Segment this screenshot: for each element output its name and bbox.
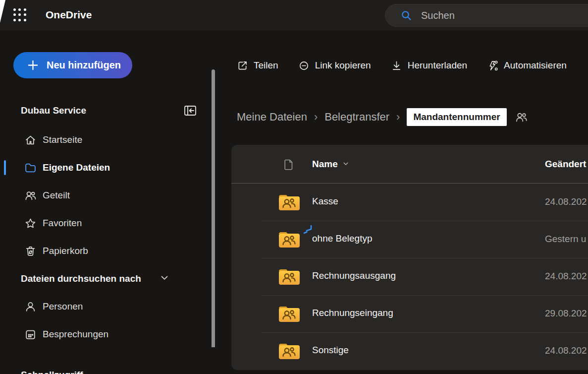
automate-button[interactable]: Automatisieren <box>487 60 567 71</box>
onedrive-app-window: OneDrive Neu hinzufügen Dubau Service <box>0 0 588 374</box>
column-name-label: Name <box>312 159 338 170</box>
browse-files-by-section[interactable]: Dateien durchsuchen nach <box>0 265 216 293</box>
share-label: Teilen <box>254 60 278 71</box>
shared-folder-icon <box>277 266 301 286</box>
sidebar-item-besprechungen[interactable]: Besprechungen <box>0 320 216 348</box>
add-new-button[interactable]: Neu hinzufügen <box>13 52 132 78</box>
link-icon <box>298 60 310 71</box>
copy-link-label: Link kopieren <box>315 60 371 71</box>
file-modified-date: 29.08.202 <box>545 308 587 319</box>
sidebar-item-eigene-dateien[interactable]: Eigene Dateien <box>0 154 216 182</box>
recycle-bin-icon <box>24 245 37 257</box>
file-name: ohne Belegtyp <box>312 233 373 244</box>
file-modified-date: 24.08.202 <box>545 196 587 207</box>
library-name: Dubau Service <box>21 105 86 116</box>
sidebar-item-startseite[interactable]: Startseite <box>0 126 216 154</box>
file-modified-date: Gestern u <box>545 234 586 245</box>
home-icon <box>24 133 37 146</box>
shared-folder-icon <box>277 304 301 323</box>
command-toolbar: Teilen Link kopieren Herunterladen A <box>237 55 567 76</box>
sidebar-item-personen[interactable]: Personen <box>0 293 216 320</box>
file-row-sonstige[interactable]: Sonstige 24.08.202 <box>231 332 588 370</box>
search-icon <box>400 9 412 21</box>
sidebar-item-papierkorb[interactable]: Papierkorb <box>0 237 216 265</box>
sidebar-item-label: Papierkorb <box>43 246 88 256</box>
collapse-sidebar-icon[interactable] <box>183 104 197 117</box>
file-type-column-icon[interactable] <box>283 159 294 173</box>
file-list-panel: Name Geändert Kasse 24.08.202 ohne Bele <box>231 145 588 370</box>
breadcrumb-separator-icon: › <box>396 111 400 124</box>
breadcrumb-separator-icon: › <box>314 111 318 124</box>
file-name: Rechnungsausgang <box>312 270 396 281</box>
sidebar-item-label: Besprechungen <box>43 329 108 340</box>
share-button[interactable]: Teilen <box>237 60 278 71</box>
main-content: Teilen Link kopieren Herunterladen A <box>216 31 588 374</box>
window-edge-artifact <box>0 0 5 23</box>
sidebar-item-label: Eigene Dateien <box>43 162 110 173</box>
browse-files-by-label: Dateien durchsuchen nach <box>21 273 141 284</box>
folder-icon <box>24 161 37 174</box>
file-list-header: Name Geändert <box>231 145 588 184</box>
sidebar-item-geteilt[interactable]: Geteilt <box>0 182 216 209</box>
sidebar-item-favoriten[interactable]: Favoriten <box>0 209 216 237</box>
person-icon <box>24 300 37 313</box>
sidebar-item-label: Startseite <box>43 134 82 145</box>
breadcrumb-item-belegtransfer[interactable]: Belegtransfer <box>324 111 389 124</box>
column-header-name[interactable]: Name <box>312 159 349 170</box>
file-name: Kasse <box>312 196 338 207</box>
search-box[interactable] <box>385 4 588 27</box>
quick-access-label: Schnellzugriff <box>21 370 83 374</box>
file-modified-date: 24.08.202 <box>545 345 587 356</box>
sidebar-scrollbar[interactable] <box>212 69 215 347</box>
file-row-ohne-belegtyp[interactable]: ohne Belegtyp Gestern u <box>231 221 588 258</box>
chevron-down-icon <box>342 159 349 170</box>
add-new-label: Neu hinzufügen <box>47 60 121 71</box>
file-row-rechnungseingang[interactable]: Rechnungseingang 29.08.202 <box>231 295 588 332</box>
download-label: Herunterladen <box>408 60 467 71</box>
chevron-down-icon <box>160 273 169 285</box>
copy-link-button[interactable]: Link kopieren <box>298 60 371 71</box>
sidebar-item-label: Favoriten <box>43 218 82 229</box>
file-name: Rechnungseingang <box>312 308 393 318</box>
app-title: OneDrive <box>46 9 92 21</box>
breadcrumb-item-meine-dateien[interactable]: Meine Dateien <box>237 111 307 124</box>
breadcrumb: Meine Dateien › Belegtransfer › Mandante… <box>237 106 528 128</box>
file-name: Sonstige <box>312 345 349 356</box>
automate-label: Automatisieren <box>504 60 567 71</box>
column-header-modified[interactable]: Geändert <box>545 159 586 170</box>
app-launcher-waffle-icon[interactable] <box>13 8 27 22</box>
download-button[interactable]: Herunterladen <box>391 60 467 71</box>
sidebar-item-label: Personen <box>43 301 83 312</box>
breadcrumb-current-folder[interactable]: Mandantennummer <box>407 108 506 126</box>
star-icon <box>24 217 37 230</box>
share-icon <box>237 60 248 71</box>
shared-folder-icon <box>277 341 301 361</box>
top-app-bar: OneDrive <box>0 0 588 31</box>
sidebar-item-label: Geteilt <box>43 190 70 201</box>
selected-indicator <box>4 160 6 175</box>
search-input[interactable] <box>421 10 570 21</box>
meetings-icon <box>24 328 37 341</box>
people-icon <box>24 189 37 202</box>
plus-icon <box>27 60 39 71</box>
sidebar: Neu hinzufügen Dubau Service Startseite <box>0 31 216 374</box>
file-row-rechnungsausgang[interactable]: Rechnungsausgang 24.08.202 <box>231 258 588 295</box>
automate-icon <box>487 60 498 71</box>
shared-folder-icon <box>277 192 301 212</box>
shared-folder-icon <box>277 229 301 249</box>
sidebar-nav: Startseite Eigene Dateien Ge <box>0 126 216 348</box>
download-icon <box>391 60 402 71</box>
shared-people-icon <box>515 111 528 124</box>
file-modified-date: 24.08.202 <box>545 271 587 282</box>
file-row-kasse[interactable]: Kasse 24.08.202 <box>231 184 588 221</box>
